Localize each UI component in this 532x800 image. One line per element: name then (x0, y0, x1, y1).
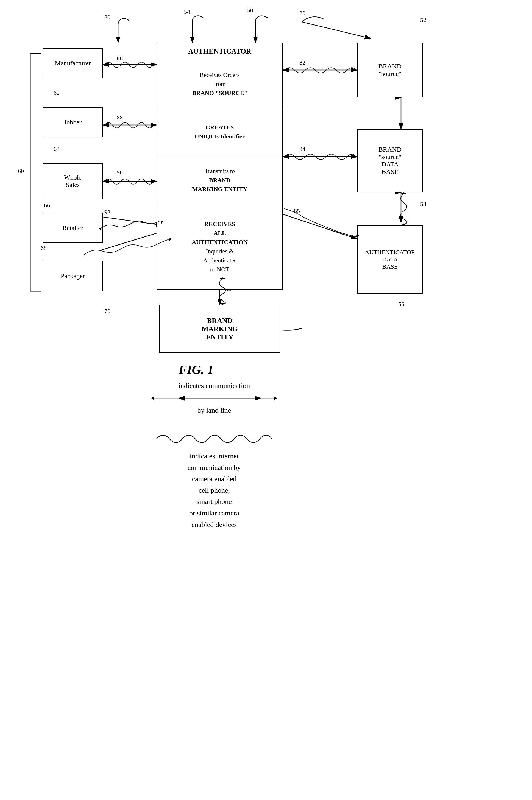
svg-marker-30 (355, 156, 357, 158)
auth-line1: Receives Orders (200, 71, 240, 78)
coil-84 (283, 152, 357, 161)
packager-label: Packager (61, 272, 85, 280)
svg-marker-28 (153, 124, 155, 126)
auth-creates: CREATES UNIQUE Identifier (195, 123, 245, 141)
fig-label: FIG. 1 (178, 363, 214, 377)
svg-line-7 (302, 22, 371, 38)
ref-62: 62 (54, 89, 60, 96)
jobber-label: Jobber (64, 119, 81, 126)
coil-86 (103, 60, 156, 70)
auth-section4: RECEIVES ALL AUTHENTICATION Inquiries & … (157, 204, 282, 289)
brand-source-db-box: BRAND"source"DATABASE (357, 129, 423, 192)
auth-receives-auth: RECEIVES ALL AUTHENTICATION Inquiries & … (192, 220, 248, 274)
coil-88 (103, 120, 156, 130)
legend-land-line-label: indicates communication (124, 382, 305, 390)
auth-line3: BRANO "SOURCE" (192, 90, 247, 96)
authenticator-db-label: AUTHENTICATORDATABASE (365, 249, 415, 270)
coil-85 (283, 205, 360, 237)
ref-58: 58 (420, 201, 426, 208)
auth-title-section: AUTHENTICATOR (157, 43, 282, 60)
auth-section1: Receives Orders from BRANO "SOURCE" (157, 60, 282, 108)
ref-90: 90 (117, 169, 123, 176)
jobber-box: Jobber (42, 107, 103, 137)
land-line-text1: indicates communication (178, 382, 250, 390)
internet-text1: indicates internet (190, 452, 239, 460)
coil-90 (103, 176, 156, 186)
retailer-label: Retailer (62, 224, 83, 232)
svg-marker-34 (161, 221, 164, 224)
auth-line12: Inquiries & (206, 248, 234, 254)
auth-section3: Transmits to BRAND MARKING ENTITY (157, 156, 282, 204)
ref-68: 68 (41, 244, 47, 251)
land-line-text2: by land line (197, 406, 231, 414)
internet-text5: smart phone (197, 498, 232, 506)
ref-54: 54 (184, 8, 190, 15)
authenticator-db-box: AUTHENTICATORDATABASE (357, 225, 423, 294)
auth-line7: BRAND (209, 176, 230, 184)
manufacturer-label: Manufacturer (55, 60, 91, 67)
legend-internet-label: indicates internet communication by came… (104, 451, 324, 530)
brand-source-box: BRAND"source" (357, 42, 423, 97)
ref-70: 70 (104, 308, 110, 315)
coil-94 (217, 278, 228, 305)
auth-line10: ALL (213, 230, 226, 236)
manufacturer-box: Manufacturer (42, 48, 103, 78)
auth-transmits: Transmits to BRAND MARKING ENTITY (192, 167, 247, 194)
ref-80-right: 80 (299, 9, 305, 17)
auth-line4: CREATES (206, 124, 234, 131)
internet-text4: cell phone, (198, 487, 230, 494)
brand-marking-label: BRANDMARKINGENTITY (202, 317, 238, 341)
coil-66 (82, 231, 173, 258)
svg-marker-31 (103, 180, 105, 183)
ref-52: 52 (420, 17, 426, 24)
auth-line5: UNIQUE Identifier (195, 133, 245, 140)
ref-64: 64 (54, 146, 60, 153)
auth-section2: CREATES UNIQUE Identifier (157, 108, 282, 156)
svg-marker-35 (169, 237, 172, 242)
auth-line13: Authenticates (203, 257, 236, 264)
internet-text6: or similar camera (189, 509, 239, 517)
svg-marker-25 (283, 69, 285, 71)
coil-58 (398, 192, 409, 225)
internet-text2: communication by (188, 463, 241, 472)
svg-marker-40 (401, 224, 406, 225)
authenticator-box: AUTHENTICATOR Receives Orders from BRANO… (156, 42, 283, 290)
auth-line8: MARKING ENTITY (192, 186, 247, 192)
auth-title: AUTHENTICATOR (188, 47, 251, 55)
ref-66: 66 (44, 202, 50, 209)
auth-line6: Transmits to (205, 168, 235, 174)
ref-60: 60 (18, 168, 24, 175)
legend-land-line-arrow (146, 392, 283, 405)
svg-marker-26 (355, 69, 357, 71)
wholesales-box: Whole Sales (42, 164, 103, 199)
svg-marker-27 (103, 124, 105, 126)
svg-marker-32 (153, 180, 155, 183)
svg-marker-39 (401, 192, 406, 194)
svg-marker-43 (151, 396, 154, 400)
ref-80-top: 80 (104, 14, 110, 21)
brand-marking-box: BRANDMARKINGENTITY (159, 305, 280, 353)
auth-line11: AUTHENTICATION (192, 239, 248, 246)
auth-line2: from (214, 80, 226, 87)
coil-82 (283, 65, 357, 75)
ref-56: 56 (398, 301, 404, 308)
auth-line9: RECEIVES (204, 221, 235, 227)
svg-marker-42 (274, 396, 278, 400)
auth-line14: or NOT (210, 266, 229, 273)
brand-source-label: BRAND"source" (378, 63, 401, 77)
coil-92 (99, 211, 165, 233)
legend-coil-symbol (124, 431, 305, 447)
internet-text7: enabled devices (191, 521, 237, 529)
diagram-container: 80 54 50 80 52 86 82 62 88 64 84 90 66 9… (0, 0, 532, 800)
svg-marker-37 (220, 278, 225, 279)
packager-box: Packager (42, 261, 103, 291)
wholesales-label: Whole Sales (64, 174, 81, 189)
ref-50: 50 (247, 7, 253, 14)
svg-marker-23 (103, 64, 105, 66)
svg-marker-24 (153, 64, 155, 66)
svg-marker-38 (220, 303, 225, 305)
legend-coil-svg (154, 431, 274, 446)
legend-land-line-label2: by land line (124, 406, 305, 415)
brand-source-db-label: BRAND"source"DATABASE (378, 146, 401, 175)
internet-text3: camera enabled (192, 475, 236, 483)
